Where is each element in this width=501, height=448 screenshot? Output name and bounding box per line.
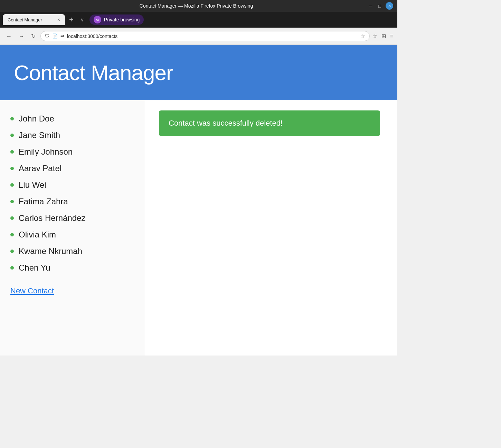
contact-bullet-icon	[10, 183, 14, 187]
url-text: localhost:3000/contacts	[67, 33, 358, 39]
list-item[interactable]: Chen Yu	[10, 260, 134, 276]
minimize-button[interactable]: –	[368, 3, 374, 9]
page-header: Contact Manager	[0, 45, 397, 100]
contacts-sidebar: John Doe Jane Smith Emily Johnson Aarav …	[0, 100, 145, 356]
contact-bullet-icon	[10, 200, 14, 203]
contact-name: Kwame Nkrumah	[19, 246, 82, 256]
contact-bullet-icon	[10, 233, 14, 236]
tab-close-button[interactable]: ×	[57, 17, 60, 22]
list-item[interactable]: Liu Wei	[10, 177, 134, 193]
contact-name: John Doe	[19, 114, 54, 124]
nav-bar: ← → ↻ 🛡 📄 ⇌ localhost:3000/contacts ☆ ☆ …	[0, 28, 397, 45]
forward-button[interactable]: →	[17, 32, 26, 41]
reader-icon: 📄	[52, 33, 58, 39]
reload-button[interactable]: ↻	[29, 31, 38, 41]
nav-right-icons: ☆ ⊞ ≡	[372, 33, 393, 39]
maximize-button[interactable]: □	[377, 3, 383, 9]
title-bar-text: Contact Manager — Mozilla Firefox Privat…	[25, 3, 368, 9]
list-item[interactable]: John Doe	[10, 110, 134, 127]
contact-name: Aarav Patel	[19, 164, 62, 173]
success-banner: Contact was successfully deleted!	[159, 110, 380, 136]
contact-name: Liu Wei	[19, 180, 46, 190]
contact-bullet-icon	[10, 117, 14, 120]
list-item[interactable]: Aarav Patel	[10, 160, 134, 177]
tab-dropdown-button[interactable]: ∨	[81, 17, 84, 22]
active-tab[interactable]: Contact Manager ×	[3, 14, 65, 25]
pip-icon: ⇌	[60, 33, 64, 39]
contact-name: Chen Yu	[19, 263, 50, 273]
contact-bullet-icon	[10, 266, 14, 270]
contact-name: Jane Smith	[19, 130, 60, 140]
contact-bullet-icon	[10, 167, 14, 170]
contact-name: Emily Johnson	[19, 147, 73, 157]
contact-list: John Doe Jane Smith Emily Johnson Aarav …	[10, 110, 134, 276]
title-bar: Contact Manager — Mozilla Firefox Privat…	[0, 0, 397, 12]
private-browsing-badge: ∞ Private browsing	[89, 14, 144, 25]
new-tab-button[interactable]: +	[66, 15, 76, 24]
list-item[interactable]: Carlos Hernández	[10, 210, 134, 226]
list-item[interactable]: Emily Johnson	[10, 144, 134, 160]
contact-name: Olivia Kim	[19, 230, 56, 240]
contact-name: Carlos Hernández	[19, 213, 85, 223]
add-bookmark-icon[interactable]: ☆	[372, 33, 377, 39]
bookmark-star-icon[interactable]: ☆	[360, 33, 365, 39]
tab-bar: Contact Manager × + ∨ ∞ Private browsing	[0, 12, 397, 28]
extensions-icon[interactable]: ⊞	[381, 33, 386, 39]
tab-title: Contact Manager	[8, 17, 42, 22]
list-item[interactable]: Kwame Nkrumah	[10, 243, 134, 260]
contact-bullet-icon	[10, 134, 14, 137]
contact-name: Fatima Zahra	[19, 197, 68, 206]
shield-icon: 🛡	[45, 33, 49, 39]
window-controls: – □ ✕	[368, 2, 393, 10]
main-content: Contact was successfully deleted!	[145, 100, 397, 356]
list-item[interactable]: Olivia Kim	[10, 226, 134, 243]
new-contact-link[interactable]: New Contact	[10, 286, 54, 295]
private-browsing-label: Private browsing	[104, 17, 140, 22]
page-title: Contact Manager	[14, 60, 173, 85]
private-browsing-icon: ∞	[94, 16, 101, 23]
list-item[interactable]: Fatima Zahra	[10, 193, 134, 210]
contact-bullet-icon	[10, 150, 14, 154]
close-button[interactable]: ✕	[386, 2, 393, 10]
page-body: John Doe Jane Smith Emily Johnson Aarav …	[0, 100, 397, 356]
page-wrapper: Contact Manager John Doe Jane Smith Emil…	[0, 45, 397, 356]
contact-bullet-icon	[10, 216, 14, 220]
contact-bullet-icon	[10, 250, 14, 253]
menu-icon[interactable]: ≡	[390, 33, 393, 39]
back-button[interactable]: ←	[4, 32, 14, 41]
address-bar[interactable]: 🛡 📄 ⇌ localhost:3000/contacts ☆	[40, 31, 370, 41]
list-item[interactable]: Jane Smith	[10, 127, 134, 144]
